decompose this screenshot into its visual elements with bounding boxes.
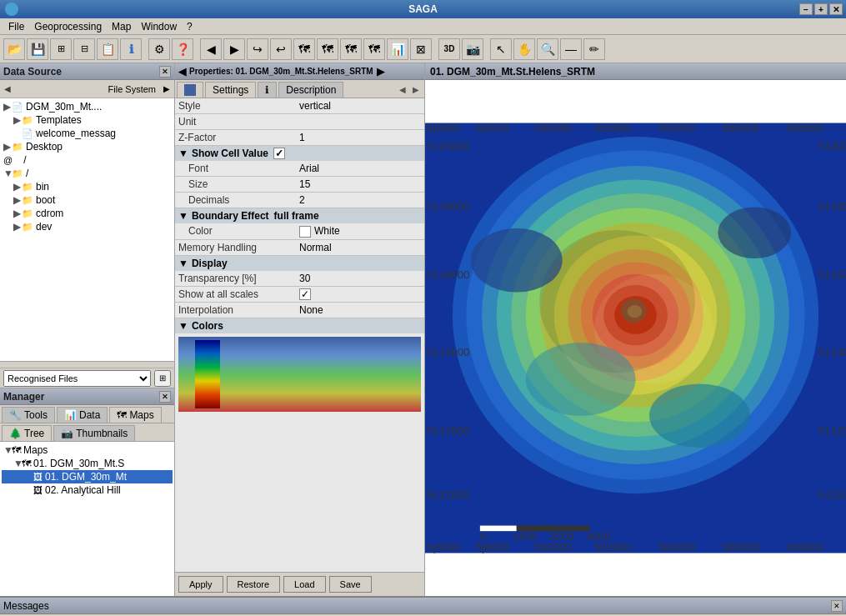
ds-filter-btn[interactable]: ⊞ bbox=[154, 370, 171, 387]
tb-map3[interactable]: 🗺 bbox=[340, 38, 362, 60]
prop-value[interactable]: 2 bbox=[296, 193, 424, 208]
tree-item-templates[interactable]: ▶ 📁 Templates bbox=[2, 113, 173, 127]
ds-nav-forward[interactable]: ▶ bbox=[159, 82, 174, 97]
prop-key: Interpolation bbox=[175, 302, 296, 318]
tb-camera[interactable]: 📷 bbox=[462, 38, 483, 60]
apply-button[interactable]: Apply bbox=[178, 576, 223, 593]
menu-geoprocessing[interactable]: Geoprocessing bbox=[29, 20, 107, 33]
ds-nav-back[interactable]: ◀ bbox=[0, 82, 15, 97]
tab-data[interactable]: 📊 Data bbox=[57, 407, 108, 423]
tb-edit[interactable]: ✏ bbox=[583, 38, 605, 60]
tree-maps-root[interactable]: ▼ 🗺 Maps bbox=[2, 443, 173, 457]
prop-value[interactable] bbox=[296, 114, 424, 130]
prop-tab-description[interactable]: Description bbox=[278, 82, 343, 98]
tb-new-map[interactable]: ⊞ bbox=[50, 38, 72, 60]
manager-close[interactable]: ✕ bbox=[159, 391, 171, 403]
tree-item-slash[interactable]: ▼ 📁 / bbox=[2, 167, 173, 180]
tb-nav-fwd[interactable]: ▶ bbox=[223, 38, 245, 60]
ds-scrollbar[interactable] bbox=[0, 361, 174, 368]
section-label: Boundary Effect bbox=[192, 210, 269, 222]
properties-nav-back[interactable]: ◀ bbox=[178, 66, 186, 78]
prop-value[interactable]: 15 bbox=[296, 177, 424, 193]
cell-value-checkbox[interactable]: ✓ bbox=[273, 148, 285, 159]
messages-panel: Messages ✕ ℹ General ℹ Execution 🔴 Error… bbox=[0, 596, 846, 616]
map-area[interactable]: 0 1600 3200 4800 5120000 5118000 5116000… bbox=[425, 80, 846, 596]
tab-maps[interactable]: 🗺 Maps bbox=[109, 407, 161, 423]
tab-tree[interactable]: 🌲 Tree bbox=[2, 425, 52, 441]
prop-value[interactable]: 1 bbox=[296, 130, 424, 146]
prop-value[interactable]: White bbox=[296, 223, 424, 239]
tb-settings[interactable]: ⚙ bbox=[148, 38, 170, 60]
boundary-value[interactable]: full frame bbox=[274, 210, 319, 222]
prop-nav-back[interactable]: ◀ bbox=[396, 83, 409, 97]
maps-folder-icon: 🗺 bbox=[12, 445, 21, 455]
menu-window[interactable]: Window bbox=[136, 20, 182, 33]
tree-item-at[interactable]: @ / bbox=[2, 153, 173, 167]
prop-tab-icon[interactable] bbox=[177, 82, 203, 98]
tb-save[interactable]: 💾 bbox=[27, 38, 48, 60]
tree-item-desktop[interactable]: ▶ 📁 Desktop bbox=[2, 140, 173, 153]
tree-item-welcome[interactable]: 📄 welcome_messag bbox=[2, 127, 173, 140]
tb-map2[interactable]: 🗺 bbox=[317, 38, 338, 60]
prop-tab-info[interactable]: ℹ bbox=[258, 82, 277, 98]
section-toggle[interactable]: ▼ bbox=[178, 210, 188, 222]
tree-map-01[interactable]: ▼ 🗺 01. DGM_30m_Mt.S bbox=[2, 457, 173, 470]
tb-undo[interactable]: ↪ bbox=[247, 38, 268, 60]
menu-map[interactable]: Map bbox=[107, 20, 136, 33]
section-toggle[interactable]: ▼ bbox=[178, 320, 188, 332]
tb-cursor[interactable]: ↖ bbox=[490, 38, 512, 60]
left-panel: Data Source ✕ ◀ File System ▶ ▶ 📄 DGM_30… bbox=[0, 63, 175, 596]
tree-arrow: ▶ bbox=[13, 221, 22, 233]
section-checkbox[interactable]: ✓ bbox=[273, 148, 285, 159]
prop-value[interactable]: 30 bbox=[296, 271, 424, 287]
tb-line[interactable]: — bbox=[560, 38, 582, 60]
prop-value[interactable]: ✓ bbox=[296, 286, 424, 302]
tb-copy[interactable]: 📋 bbox=[97, 38, 118, 60]
restore-button[interactable]: Restore bbox=[227, 576, 281, 593]
prop-value[interactable]: Normal bbox=[296, 240, 424, 256]
tree-item-dgm[interactable]: ▶ 📄 DGM_30m_Mt.... bbox=[2, 100, 173, 113]
tb-remove[interactable]: ⊟ bbox=[73, 38, 95, 60]
prop-nav-fwd[interactable]: ▶ bbox=[409, 83, 423, 97]
tb-help[interactable]: ❓ bbox=[172, 38, 193, 60]
load-button[interactable]: Load bbox=[283, 576, 325, 593]
tab-tools[interactable]: 🔧 Tools bbox=[2, 407, 55, 423]
tb-pan[interactable]: ✋ bbox=[513, 38, 535, 60]
section-toggle[interactable]: ▼ bbox=[178, 258, 188, 269]
prop-value[interactable]: Arial bbox=[296, 161, 424, 177]
file-filter-select[interactable]: Recognised Files bbox=[3, 370, 151, 387]
prop-value[interactable]: vertical bbox=[296, 98, 424, 114]
tb-nav-back[interactable]: ◀ bbox=[200, 38, 222, 60]
tree-label: / bbox=[26, 168, 28, 179]
maximize-button[interactable]: + bbox=[814, 3, 828, 15]
properties-nav-fwd[interactable]: ▶ bbox=[377, 66, 384, 78]
tb-zoom[interactable]: 🔍 bbox=[537, 38, 558, 60]
tb-open[interactable]: 📂 bbox=[3, 38, 25, 60]
tree-item-cdrom[interactable]: ▶ 📁 cdrom bbox=[2, 207, 173, 220]
menu-help[interactable]: ? bbox=[182, 20, 198, 33]
tb-chart[interactable]: 📊 bbox=[387, 38, 408, 60]
tree-item-boot[interactable]: ▶ 📁 boot bbox=[2, 193, 173, 207]
tree-item-bin[interactable]: ▶ 📁 bin bbox=[2, 180, 173, 193]
prop-value[interactable]: None bbox=[296, 302, 424, 318]
data-source-close[interactable]: ✕ bbox=[159, 66, 171, 78]
tree-layer-02[interactable]: 🖼 02. Analytical Hill bbox=[2, 483, 173, 497]
close-button[interactable]: ✕ bbox=[829, 3, 843, 15]
scales-checkbox[interactable]: ✓ bbox=[299, 288, 311, 300]
tab-thumbnails[interactable]: 📷 Thumbnails bbox=[53, 425, 135, 441]
tb-map1[interactable]: 🗺 bbox=[293, 38, 315, 60]
tb-info[interactable]: ℹ bbox=[120, 38, 142, 60]
prop-tab-settings[interactable]: Settings bbox=[205, 82, 256, 98]
section-toggle[interactable]: ▼ bbox=[178, 148, 188, 159]
save-button[interactable]: Save bbox=[329, 576, 372, 593]
tb-grid1[interactable]: ⊠ bbox=[410, 38, 432, 60]
menu-file[interactable]: File bbox=[3, 20, 29, 33]
tb-3d[interactable]: 3D bbox=[438, 38, 460, 60]
tb-map4[interactable]: 🗺 bbox=[363, 38, 385, 60]
tree-item-dev[interactable]: ▶ 📁 dev bbox=[2, 220, 173, 233]
tree-layer-01[interactable]: 🖼 01. DGM_30m_Mt bbox=[2, 470, 173, 483]
tb-redo[interactable]: ↩ bbox=[270, 38, 292, 60]
window-controls[interactable]: − + ✕ bbox=[799, 3, 843, 15]
minimize-button[interactable]: − bbox=[799, 3, 813, 15]
messages-close[interactable]: ✕ bbox=[831, 600, 843, 612]
